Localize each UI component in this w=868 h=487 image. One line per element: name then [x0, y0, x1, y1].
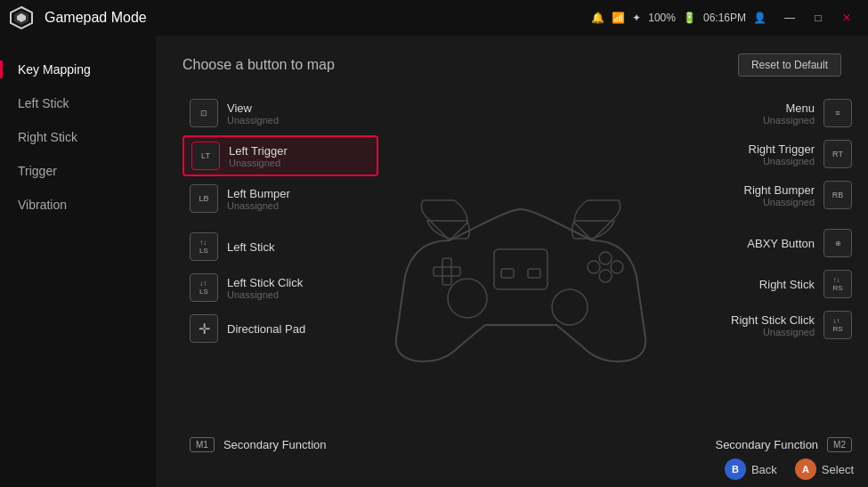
right-button-list: ≡ Menu Unassigned RT Right Trigger Unass…: [663, 94, 859, 457]
view-label: View: [227, 101, 279, 115]
back-action[interactable]: B Back: [725, 459, 777, 480]
menu-label: Menu: [763, 101, 815, 115]
menu-sub: Unassigned: [763, 115, 815, 126]
user-icon: 👤: [753, 12, 767, 24]
close-button[interactable]: ✕: [834, 5, 859, 30]
page-title: Choose a button to map: [183, 57, 335, 73]
window-controls[interactable]: — □ ✕: [777, 5, 859, 30]
right-trigger-label: Right Trigger: [749, 142, 815, 156]
right-trigger-icon: RT: [823, 140, 852, 168]
menu-icon: ≡: [823, 99, 852, 127]
svg-point-8: [588, 261, 600, 273]
gamepad-image: [378, 94, 663, 457]
maximize-button[interactable]: □: [806, 5, 831, 30]
select-label: Select: [822, 463, 854, 476]
left-trigger-sub: Unassigned: [229, 158, 288, 168]
map-item-left-stick-click[interactable]: ↓↑LS Left Stick Click Unassigned: [183, 269, 378, 306]
left-trigger-icon: LT: [191, 142, 220, 170]
svg-point-7: [599, 270, 612, 282]
map-item-dpad[interactable]: ✛ Directional Pad: [183, 310, 378, 347]
sidebar-item-trigger[interactable]: Trigger: [0, 155, 156, 187]
left-stick-click-sub: Unassigned: [227, 289, 303, 300]
abxy-label: ABXY Button: [747, 237, 815, 250]
sidebar-item-key-mapping[interactable]: Key Mapping: [0, 53, 156, 85]
svg-point-6: [552, 289, 588, 325]
content-header: Choose a button to map Reset to Default: [183, 53, 841, 77]
map-item-right-stick-click[interactable]: ↓↑RS Right Stick Click Unassigned: [724, 306, 859, 344]
dpad-icon: ✛: [190, 314, 218, 343]
content-area: Choose a button to map Reset to Default …: [156, 36, 868, 487]
app-logo: [9, 5, 34, 30]
minimize-button[interactable]: —: [777, 5, 802, 30]
svg-rect-12: [501, 269, 514, 278]
left-bumper-label: Left Bumper: [227, 187, 290, 200]
bottom-action-bar: B Back A Select: [156, 451, 868, 487]
svg-rect-4: [442, 258, 451, 285]
right-stick-click-sub: Unassigned: [731, 327, 815, 337]
view-icon: ⊡: [190, 99, 218, 127]
map-item-left-bumper[interactable]: LB Left Bumper Unassigned: [183, 180, 378, 217]
svg-point-10: [599, 252, 612, 264]
battery-icon: 🔋: [683, 12, 696, 24]
left-stick-click-label: Left Stick Click: [227, 276, 303, 289]
bluetooth-icon: ✦: [632, 12, 641, 24]
sidebar-item-right-stick[interactable]: Right Stick: [0, 121, 156, 153]
right-trigger-sub: Unassigned: [749, 156, 815, 166]
sidebar: Key Mapping Left Stick Right Stick Trigg…: [0, 36, 156, 487]
secondary-left-label: Secondary Function: [223, 438, 327, 451]
left-button-list: ⊡ View Unassigned LT Left Trigger Unassi…: [183, 94, 378, 457]
svg-point-3: [448, 279, 487, 318]
svg-rect-5: [434, 267, 460, 276]
main-layout: Key Mapping Left Stick Right Stick Trigg…: [0, 36, 868, 487]
right-bumper-label: Right Bumper: [744, 183, 815, 197]
left-stick-icon: ↑↓LS: [190, 232, 218, 261]
left-stick-click-icon: ↓↑LS: [190, 273, 218, 302]
back-label: Back: [751, 463, 777, 476]
map-item-right-stick[interactable]: ↑↓RS Right Stick: [752, 265, 859, 303]
dpad-label: Directional Pad: [227, 322, 305, 336]
left-bumper-sub: Unassigned: [227, 200, 290, 211]
titlebar: Gamepad Mode 🔔 📶 ✦ 100% 🔋 06:16PM 👤 — □ …: [0, 0, 868, 36]
left-trigger-label: Left Trigger: [229, 144, 288, 158]
map-item-view[interactable]: ⊡ View Unassigned: [183, 94, 378, 132]
view-sub: Unassigned: [227, 115, 279, 126]
sidebar-item-left-stick[interactable]: Left Stick: [0, 87, 156, 119]
reset-to-default-button[interactable]: Reset to Default: [738, 53, 841, 77]
secondary-right-label: Secondary Function: [715, 438, 818, 451]
map-item-right-trigger[interactable]: RT Right Trigger Unassigned: [742, 135, 859, 173]
wifi-icon: 📶: [612, 12, 625, 24]
svg-point-9: [611, 261, 623, 273]
select-action[interactable]: A Select: [795, 459, 854, 480]
select-circle-icon: A: [795, 459, 816, 480]
map-item-left-trigger[interactable]: LT Left Trigger Unassigned: [183, 135, 378, 176]
notification-icon: 🔔: [591, 12, 604, 24]
right-bumper-sub: Unassigned: [744, 197, 815, 207]
right-stick-click-icon: ↓↑RS: [823, 311, 852, 339]
right-stick-label: Right Stick: [759, 278, 815, 291]
right-bumper-icon: RB: [823, 181, 852, 209]
clock: 06:16PM: [703, 12, 746, 24]
m2-badge: M2: [827, 437, 852, 452]
app-title: Gamepad Mode: [45, 10, 591, 26]
left-bumper-icon: LB: [190, 184, 218, 213]
svg-rect-13: [528, 269, 540, 278]
map-item-left-stick[interactable]: ↑↓LS Left Stick: [183, 228, 378, 265]
right-stick-click-label: Right Stick Click: [731, 313, 815, 327]
abxy-icon: ⊕: [823, 229, 852, 257]
back-circle-icon: B: [725, 459, 746, 480]
gamepad-svg: [378, 169, 663, 383]
m1-badge: M1: [190, 437, 215, 452]
sidebar-item-vibration[interactable]: Vibration: [0, 189, 156, 221]
left-stick-label: Left Stick: [227, 240, 274, 254]
map-item-abxy[interactable]: ⊕ ABXY Button: [740, 224, 859, 262]
mapping-area: ⊡ View Unassigned LT Left Trigger Unassi…: [183, 94, 841, 457]
status-bar: 🔔 📶 ✦ 100% 🔋 06:16PM 👤: [591, 12, 767, 24]
right-stick-icon: ↑↓RS: [823, 270, 852, 298]
map-item-right-bumper[interactable]: RB Right Bumper Unassigned: [737, 176, 859, 214]
battery-status: 100%: [648, 12, 676, 24]
map-item-menu[interactable]: ≡ Menu Unassigned: [756, 94, 859, 132]
